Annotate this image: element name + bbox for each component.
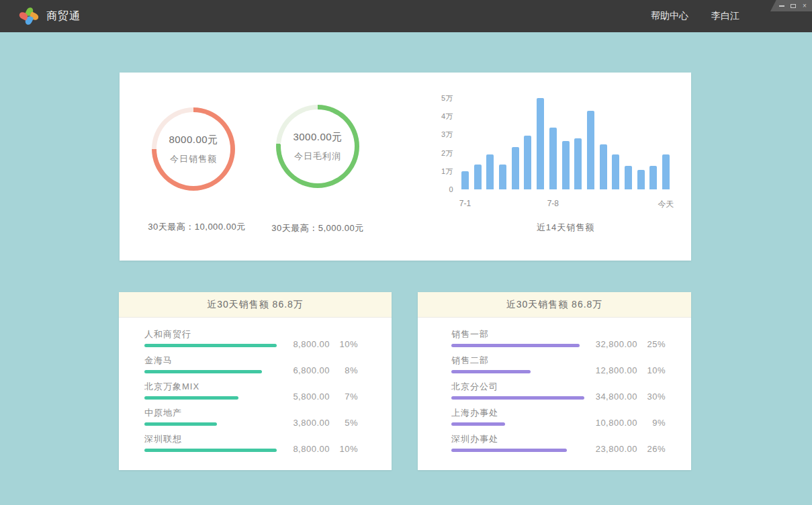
bar — [512, 147, 519, 189]
list-item-amount: 8,800.00 — [281, 339, 330, 349]
customers-30d-sales-card: 近30天销售额 86.8万 人和商贸行8,800.0010%金海马6,800.0… — [119, 292, 392, 470]
list-item-amount: 8,800.00 — [281, 444, 330, 454]
list-item: 销售二部12,800.0010% — [451, 355, 666, 373]
profit-30d-max-note: 30天最高：5,000.00元 — [257, 222, 378, 234]
today-sales-value: 8000.00元 — [169, 134, 218, 146]
minimize-icon — [779, 5, 784, 7]
customers-list: 人和商贸行8,800.0010%金海马6,800.008%北京万象MIX5,80… — [119, 318, 392, 452]
list-item: 金海马6,800.008% — [144, 355, 358, 373]
x-axis-label: 7-1 — [459, 199, 471, 208]
bar — [562, 141, 570, 189]
y-tick-label: 3万 — [441, 130, 453, 140]
list-item-values: 34,800.0030% — [589, 392, 666, 402]
bar — [524, 136, 531, 189]
maximize-button[interactable] — [789, 2, 797, 10]
list-item-amount: 5,800.00 — [281, 392, 330, 402]
departments-30d-sales-card: 近30天销售额 86.8万 销售一部32,800.0025%销售二部12,800… — [418, 292, 691, 470]
list-item-name: 上海办事处 — [451, 407, 666, 418]
bar — [637, 170, 645, 189]
y-tick-label: 2万 — [441, 148, 453, 158]
list-item-bar — [451, 344, 580, 347]
sales-30d-max-note: 30天最高：10,000.00元 — [113, 221, 281, 233]
bar-series — [461, 98, 670, 189]
y-tick-label: 0 — [449, 185, 453, 193]
list-item-bar — [451, 422, 505, 426]
list-item: 中原地产3,800.005% — [144, 407, 358, 426]
today-profit-value: 3000.00元 — [293, 131, 342, 144]
list-item-amount: 32,800.00 — [589, 339, 637, 349]
list-item-bar — [144, 344, 277, 347]
maximize-icon — [791, 4, 796, 8]
list-item: 销售一部32,800.0025% — [451, 328, 666, 347]
bar — [461, 171, 469, 189]
username-menu[interactable]: 李白江 — [711, 10, 739, 22]
list-item-percent: 10% — [330, 339, 358, 349]
list-item-values: 5,800.007% — [281, 392, 358, 402]
app-title: 商贸通 — [46, 9, 81, 24]
bar — [486, 154, 494, 189]
list-item-percent: 10% — [637, 365, 666, 375]
list-item-percent: 7% — [330, 392, 358, 402]
list-item-values: 32,800.0025% — [589, 339, 666, 349]
close-button[interactable]: × — [801, 2, 809, 10]
list-item-name: 北京分公司 — [451, 381, 666, 392]
x-axis-label: 7-8 — [547, 199, 559, 208]
departments-card-header: 近30天销售额 86.8万 — [418, 292, 691, 318]
list-item-values: 6,800.008% — [281, 365, 358, 375]
y-tick-label: 4万 — [441, 111, 453, 122]
x-axis-label: 今天 — [658, 199, 674, 210]
list-item-values: 8,800.0010% — [281, 444, 358, 454]
sales-14d-chart-title: 近14天销售额 — [461, 222, 670, 234]
list-item-bar — [451, 396, 584, 400]
bar — [649, 166, 657, 189]
plot-area — [461, 98, 670, 189]
help-center-link[interactable]: 帮助中心 — [651, 10, 688, 22]
departments-list: 销售一部32,800.0025%销售二部12,800.0010%北京分公司34,… — [418, 318, 691, 452]
list-item-name: 销售二部 — [451, 355, 666, 366]
bar — [474, 165, 482, 189]
today-profit-donut: 3000.00元 今日毛利润 — [276, 105, 359, 188]
list-item-name: 销售一部 — [451, 328, 666, 340]
today-profit-donut-center: 3000.00元 今日毛利润 — [281, 109, 355, 183]
list-item-amount: 6,800.00 — [281, 365, 330, 375]
list-item-name: 深圳办事处 — [451, 433, 666, 445]
list-item: 北京万象MIX5,800.007% — [144, 381, 358, 400]
list-item-amount: 3,800.00 — [281, 418, 330, 428]
list-item-amount: 12,800.00 — [589, 365, 637, 375]
list-item-name: 北京万象MIX — [144, 381, 358, 392]
list-item-name: 中原地产 — [144, 407, 358, 418]
list-item-bar — [451, 449, 567, 452]
list-item-percent: 5% — [330, 418, 358, 428]
list-item-percent: 26% — [637, 444, 666, 454]
list-item-percent: 8% — [330, 365, 358, 375]
bar — [587, 111, 594, 189]
list-item-values: 3,800.005% — [281, 418, 358, 428]
list-item-values: 12,800.0010% — [589, 365, 666, 375]
bar — [537, 98, 544, 189]
list-item-bar — [451, 370, 531, 373]
list-item-bar — [144, 449, 277, 452]
list-item: 北京分公司34,800.0030% — [451, 381, 666, 400]
list-item-values: 23,800.0026% — [589, 444, 666, 454]
bar — [662, 154, 670, 189]
bar — [600, 144, 607, 189]
y-axis: 01万2万3万4万5万 — [418, 98, 453, 189]
minimize-button[interactable] — [778, 2, 786, 10]
list-item: 深圳联想8,800.0010% — [144, 433, 358, 452]
list-item-amount: 34,800.00 — [589, 392, 637, 402]
list-item-percent: 25% — [637, 339, 666, 349]
list-item-percent: 9% — [637, 418, 666, 428]
today-sales-caption: 今日销售额 — [170, 153, 217, 165]
today-profit-caption: 今日毛利润 — [294, 150, 341, 163]
today-summary-card: 8000.00元 今日销售额 30天最高：10,000.00元 3000.00元… — [120, 73, 691, 261]
today-sales-donut-center: 8000.00元 今日销售额 — [156, 112, 230, 186]
list-item-name: 深圳联想 — [144, 433, 358, 445]
list-item-values: 8,800.0010% — [281, 339, 358, 349]
y-tick-label: 1万 — [441, 166, 453, 176]
list-item-name: 金海马 — [144, 355, 358, 366]
titlebar: 商贸通 帮助中心 李白江 × — [0, 0, 812, 32]
bar — [499, 165, 506, 189]
bar — [574, 138, 582, 189]
app-logo-pinwheel-icon — [20, 7, 38, 25]
list-item-percent: 10% — [330, 444, 358, 454]
